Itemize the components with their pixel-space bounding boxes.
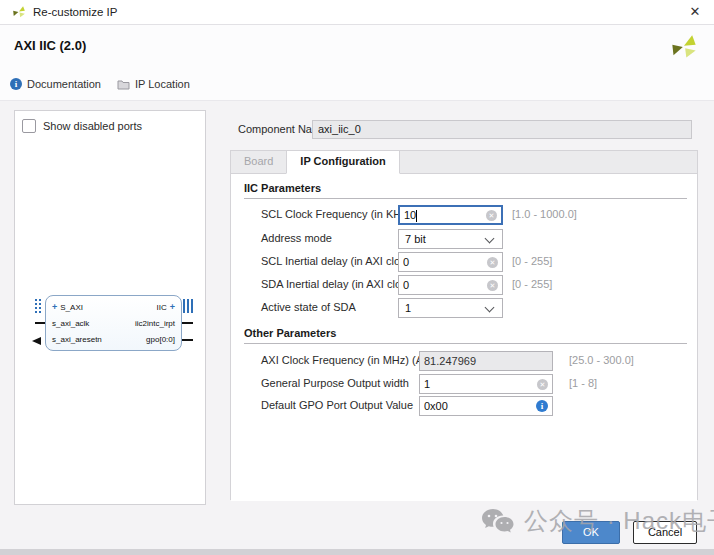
active-state-sda-label: Active state of SDA: [261, 301, 356, 313]
gpo-default-value-label: Default GPO Port Output Value: [261, 399, 413, 411]
address-mode-select[interactable]: 7 bit: [398, 229, 503, 249]
axi-clock-frequency-label: AXI Clock Frequency (in MHz) (Auto): [261, 354, 442, 366]
s-axi-expand-icon[interactable]: +: [52, 302, 57, 312]
ok-button[interactable]: OK: [562, 521, 620, 544]
show-disabled-ports-label: Show disabled ports: [43, 120, 142, 132]
window-bottom-edge: [0, 549, 714, 555]
folder-icon: [117, 79, 130, 90]
active-state-sda-select[interactable]: 1: [398, 298, 503, 318]
gpo-default-value-input[interactable]: i: [419, 396, 553, 416]
ip-block-diagram: + S_AXI IIC + s_axi_aclk iic2intc_irpt s…: [45, 295, 182, 351]
clear-icon[interactable]: ✕: [486, 210, 497, 221]
cancel-button[interactable]: Cancel: [633, 521, 697, 544]
irpt-pin-stub: [182, 322, 193, 324]
doc-links-row: i Documentation IP Location: [10, 78, 190, 90]
text-caret: [416, 210, 417, 222]
info-icon: i: [10, 78, 22, 90]
chevron-down-icon: [485, 234, 495, 244]
port-iic2intc-irpt: iic2intc_irpt: [135, 319, 175, 328]
component-name-field[interactable]: axi_iic_0: [312, 120, 692, 139]
axi-clock-frequency-field: [419, 351, 553, 371]
scl-clock-frequency-range: [1.0 - 1000.0]: [512, 208, 577, 220]
configuration-panel: Board IP Configuration IIC Parameters SC…: [230, 150, 698, 500]
block-row-interfaces: + S_AXI IIC +: [46, 299, 181, 315]
dialog-header: AXI IIC (2.0) i Documentation IP Locatio…: [0, 25, 714, 101]
aresetn-arrow-icon: [32, 337, 41, 345]
iic-parameters-heading: IIC Parameters: [244, 182, 687, 199]
scl-inertial-delay-label: SCL Inertial delay (in AXI clocks): [261, 255, 420, 267]
documentation-label: Documentation: [27, 78, 101, 90]
port-s-axi-aresetn: s_axi_aresetn: [52, 335, 102, 344]
scl-clock-frequency-row: SCL Clock Frequency (in KHz) ✕ [1.0 - 10…: [231, 205, 697, 225]
xilinx-ip-logo-icon: [670, 33, 698, 61]
scl-clock-frequency-label: SCL Clock Frequency (in KHz): [261, 208, 410, 220]
title-bar: Re-customize IP ✕: [0, 0, 714, 25]
app-pinwheel-icon: [12, 5, 26, 19]
active-state-sda-value: 1: [405, 302, 411, 314]
port-s-axi: S_AXI: [60, 303, 83, 312]
show-disabled-ports-row: Show disabled ports: [22, 119, 142, 133]
axi-clock-frequency-row: AXI Clock Frequency (in MHz) (Auto) [25.…: [231, 351, 697, 371]
scl-inertial-delay-row: SCL Inertial delay (in AXI clocks) ✕ [0 …: [231, 252, 697, 272]
gpo-pin-stub: [182, 339, 193, 341]
gpo-width-label: General Purpose Output width: [261, 377, 409, 389]
ip-configuration-content: IIC Parameters SCL Clock Frequency (in K…: [231, 174, 697, 501]
gpo-width-input[interactable]: ✕: [419, 374, 553, 394]
gpo-width-row: General Purpose Output width ✕ [1 - 8]: [231, 374, 697, 394]
info-icon[interactable]: i: [536, 400, 548, 412]
tab-strip: Board IP Configuration: [231, 151, 697, 174]
scl-inertial-delay-input[interactable]: ✕: [398, 252, 503, 272]
component-name-value: axi_iic_0: [318, 123, 361, 135]
ip-location-button[interactable]: IP Location: [117, 78, 190, 90]
scl-clock-frequency-input[interactable]: ✕: [398, 205, 503, 225]
axi-clock-frequency-range: [25.0 - 300.0]: [569, 354, 634, 366]
gpo-width-range: [1 - 8]: [569, 377, 597, 389]
wechat-icon: [480, 506, 516, 536]
address-mode-value: 7 bit: [405, 233, 426, 245]
other-parameters-heading: Other Parameters: [244, 327, 687, 344]
tab-ip-configuration[interactable]: IP Configuration: [286, 151, 399, 174]
sda-inertial-delay-range: [0 - 255]: [512, 278, 552, 290]
port-iic: IIC: [157, 303, 167, 312]
window-title: Re-customize IP: [33, 0, 117, 24]
recustomize-ip-dialog: Re-customize IP ✕ AXI IIC (2.0) i Docume…: [0, 0, 714, 555]
port-s-axi-aclk: s_axi_aclk: [52, 319, 89, 328]
axi-interface-stub-icon: [35, 299, 44, 313]
scl-inertial-delay-range: [0 - 255]: [512, 255, 552, 267]
chevron-down-icon: [485, 303, 495, 313]
close-icon[interactable]: ✕: [686, 0, 704, 24]
show-disabled-ports-checkbox[interactable]: [22, 119, 36, 133]
sda-inertial-delay-row: SDA Inertial delay (in AXI clocks) ✕ [0 …: [231, 275, 697, 295]
ports-preview-panel: Show disabled ports + S_AXI: [14, 110, 206, 505]
iic-interface-stub-icon: [183, 299, 194, 313]
ip-location-label: IP Location: [135, 78, 190, 90]
active-state-sda-row: Active state of SDA 1: [231, 298, 697, 318]
port-gpo: gpo[0:0]: [146, 335, 175, 344]
iic-expand-icon[interactable]: +: [170, 302, 175, 312]
clear-icon[interactable]: ✕: [537, 379, 548, 390]
sda-inertial-delay-input[interactable]: ✕: [398, 275, 503, 295]
documentation-button[interactable]: i Documentation: [10, 78, 101, 90]
block-row-clk: s_axi_aclk iic2intc_irpt: [46, 315, 181, 331]
gpo-default-value-row: Default GPO Port Output Value i: [231, 396, 697, 416]
clear-icon[interactable]: ✕: [487, 280, 498, 291]
clear-icon[interactable]: ✕: [487, 257, 498, 268]
ip-title: AXI IIC (2.0): [14, 38, 86, 53]
address-mode-label: Address mode: [261, 232, 332, 244]
block-row-reset: s_axi_aresetn gpo[0:0]: [46, 331, 181, 347]
address-mode-row: Address mode 7 bit: [231, 229, 697, 249]
tab-board[interactable]: Board: [231, 151, 286, 173]
